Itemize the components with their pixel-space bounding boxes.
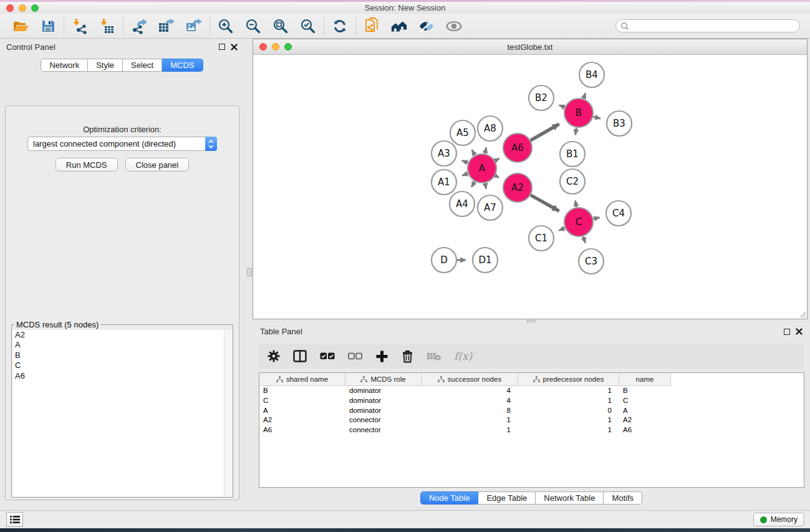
graph-node-D1[interactable]: D1 <box>473 248 498 273</box>
table-cell[interactable]: 0 <box>518 406 619 416</box>
save-session-icon[interactable] <box>39 17 57 35</box>
export-image-icon[interactable] <box>185 17 203 35</box>
result-item[interactable]: C <box>12 360 232 370</box>
export-table-icon[interactable] <box>158 17 175 35</box>
graph-node-B2[interactable]: B2 <box>529 85 554 110</box>
table-cell[interactable]: 8 <box>422 406 518 416</box>
table-cell[interactable]: C <box>619 396 671 406</box>
graph-edge-B-B3[interactable] <box>593 117 600 118</box>
tab-network[interactable]: Network <box>41 59 88 72</box>
duplicate-network-icon[interactable] <box>363 17 380 35</box>
float-table-panel-icon[interactable] <box>784 329 790 335</box>
graph-edge-A-A4[interactable] <box>471 181 475 187</box>
column-header-MCDS-role[interactable]: MCDS role <box>345 373 422 386</box>
graph-edge-A-A5[interactable] <box>472 150 475 155</box>
mcds-result-list[interactable]: A2ABCA6 <box>12 330 232 496</box>
graph-node-A5[interactable]: A5 <box>450 120 475 145</box>
refresh-icon[interactable] <box>331 17 349 35</box>
graph-node-C3[interactable]: C3 <box>579 249 604 274</box>
column-header-name[interactable]: name <box>619 373 671 386</box>
deselect-checkboxes-icon[interactable] <box>348 352 362 360</box>
graph-node-A4[interactable]: A4 <box>450 191 475 216</box>
table-cell[interactable]: 4 <box>422 396 518 406</box>
network-canvas[interactable]: B4B2BB3A5A8A6B1A3AC2A1A2A4A7CC4C1C3DD1 <box>253 55 807 319</box>
table-cell[interactable]: 1 <box>518 425 619 435</box>
graph-edge-A-A8[interactable] <box>485 147 486 153</box>
memory-button[interactable]: Memory <box>753 513 804 526</box>
table-cell[interactable]: dominator <box>345 396 422 406</box>
table-cell[interactable]: 4 <box>422 386 518 396</box>
criterion-dropdown[interactable]: largest connected component (directed) <box>27 137 217 151</box>
tab-network-table[interactable]: Network Table <box>536 491 604 505</box>
table-row[interactable]: A6connector11A6 <box>259 425 804 435</box>
table-cell[interactable]: connector <box>345 425 422 435</box>
table-row[interactable]: Adominator80A <box>259 406 804 416</box>
graph-node-C1[interactable]: C1 <box>529 226 554 251</box>
zoom-selected-icon[interactable] <box>299 17 317 35</box>
graph-edge-C-C2[interactable] <box>576 201 577 208</box>
graph-node-A1[interactable]: A1 <box>432 170 456 195</box>
task-history-button[interactable] <box>6 512 23 527</box>
table-row[interactable]: A2connector11A2 <box>259 415 804 425</box>
open-session-icon[interactable] <box>12 17 29 35</box>
select-checkboxes-icon[interactable] <box>320 352 335 360</box>
graph-edge-A-A2[interactable] <box>495 175 499 177</box>
result-item[interactable]: A <box>12 340 232 350</box>
graph-node-A8[interactable]: A8 <box>478 116 503 141</box>
graph-node-A[interactable]: A <box>468 154 496 183</box>
search-field[interactable] <box>615 19 800 32</box>
tab-node-table[interactable]: Node Table <box>420 491 479 505</box>
graph-edge-A-A3[interactable] <box>462 160 468 163</box>
table-cell[interactable]: dominator <box>345 406 422 416</box>
export-network-icon[interactable] <box>130 17 148 35</box>
tab-select[interactable]: Select <box>123 59 162 72</box>
graph-node-A3[interactable]: A3 <box>432 141 456 166</box>
graph-node-C4[interactable]: C4 <box>606 201 631 226</box>
table-cell[interactable]: 1 <box>422 425 518 435</box>
table-cell[interactable]: 1 <box>422 415 518 425</box>
graph-edge-C-C1[interactable] <box>559 228 565 231</box>
graph-edge-C-C4[interactable] <box>593 218 599 219</box>
node-table[interactable]: shared nameMCDS rolesuccessor nodesprede… <box>259 372 804 488</box>
graph-node-B4[interactable]: B4 <box>579 62 604 87</box>
table-cell[interactable]: C <box>259 396 345 406</box>
tab-mcds[interactable]: MCDS <box>162 59 203 72</box>
result-item[interactable]: B <box>12 351 232 360</box>
tab-motifs[interactable]: Motifs <box>604 491 642 505</box>
function-builder-icon[interactable]: f(x) <box>454 350 472 362</box>
table-cell[interactable]: A2 <box>619 415 671 425</box>
table-cell[interactable]: B <box>619 386 671 396</box>
table-cell[interactable]: 1 <box>518 386 619 396</box>
table-cell[interactable]: 1 <box>518 415 619 425</box>
search-input[interactable] <box>632 22 799 31</box>
graph-node-A2[interactable]: A2 <box>503 173 532 202</box>
column-header-predecessor-nodes[interactable]: predecessor nodes <box>518 373 619 386</box>
graph-node-A6[interactable]: A6 <box>503 133 532 162</box>
import-table-icon[interactable] <box>99 17 116 35</box>
graph-edge-B-B1[interactable] <box>576 128 577 135</box>
delete-table-icon[interactable] <box>427 352 441 361</box>
graph-edge-A-A7[interactable] <box>485 183 486 189</box>
result-item[interactable]: A6 <box>12 371 232 381</box>
graph-node-B1[interactable]: B1 <box>560 142 585 167</box>
graph-edge-C-C3[interactable] <box>583 236 585 243</box>
table-cell[interactable]: A <box>259 406 345 416</box>
table-cell[interactable]: A <box>619 406 671 416</box>
graph-node-C[interactable]: C <box>564 208 593 236</box>
column-header-shared-name[interactable]: shared name <box>259 373 345 386</box>
table-cell[interactable]: B <box>259 386 345 396</box>
table-cell[interactable]: dominator <box>345 386 422 396</box>
close-panel-button[interactable]: Close panel <box>125 158 190 172</box>
column-header-successor-nodes[interactable]: successor nodes <box>422 373 518 386</box>
graph-node-C2[interactable]: C2 <box>560 169 585 194</box>
table-row[interactable]: Cdominator41C <box>259 396 804 406</box>
table-cell[interactable]: A6 <box>619 425 671 435</box>
graph-node-B3[interactable]: B3 <box>607 111 632 136</box>
float-panel-icon[interactable] <box>219 44 225 50</box>
result-item[interactable]: A2 <box>12 330 232 340</box>
graph-edge-A2-C[interactable] <box>531 195 559 211</box>
delete-column-icon[interactable] <box>402 350 413 363</box>
home-networks-icon[interactable] <box>390 17 408 35</box>
hide-toggle-icon[interactable] <box>418 17 435 35</box>
show-eye-icon[interactable] <box>445 17 463 35</box>
